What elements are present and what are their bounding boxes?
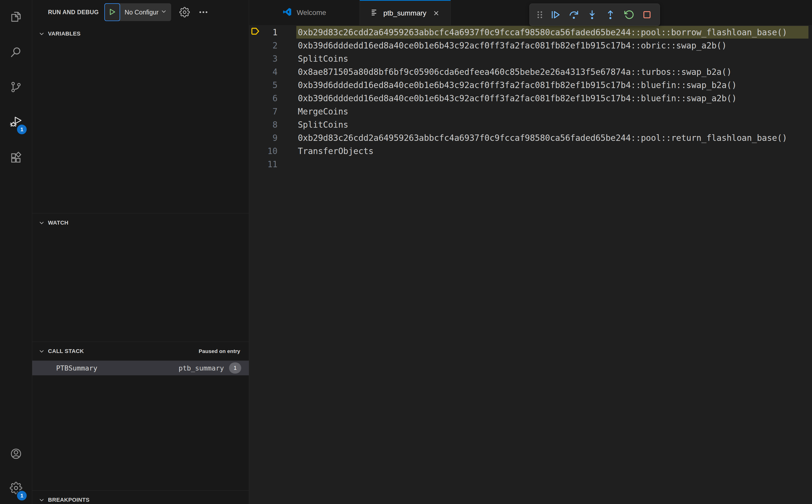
account-icon — [10, 447, 22, 461]
breakpoints-section-header[interactable]: BREAKPOINTS — [32, 491, 249, 504]
code-text: 0xb29d83c26cdd2a64959263abbcfc4a6937f0c9… — [298, 133, 787, 143]
debug-toolbar — [530, 4, 660, 26]
code-line[interactable]: 8 SplitCoins — [249, 118, 812, 131]
variables-section-header[interactable]: VARIABLES — [32, 24, 249, 41]
watch-section: WATCH — [32, 213, 249, 342]
source-control-icon — [10, 81, 22, 94]
frame-name: PTBSummary — [56, 364, 97, 372]
line-number: 9 — [262, 133, 277, 143]
line-number: 8 — [262, 120, 277, 130]
chevron-down-icon — [160, 8, 167, 16]
code-line[interactable]: 4 0x8ae871505a80d8bf6bf9c05906cda6edfeea… — [249, 65, 812, 78]
tab-label: ptb_summary — [383, 9, 427, 17]
code-text: 0xb39d6dddedd16ed8a40ce0b1e6b43c92acf0ff… — [298, 41, 727, 51]
step-over-button[interactable] — [566, 6, 582, 23]
activity-item-run-and-debug[interactable]: 1 — [0, 110, 32, 135]
more-actions-icon[interactable] — [198, 7, 209, 18]
activity-item-explorer[interactable] — [0, 5, 32, 29]
debug-config-dropdown[interactable]: No Configur — [120, 3, 171, 21]
code-editor[interactable]: 1 0xb29d83c26cdd2a64959263abbcfc4a6937f0… — [249, 26, 812, 504]
activity-item-accounts[interactable] — [0, 442, 32, 466]
breakpoint-gutter[interactable] — [249, 39, 262, 52]
tab-welcome[interactable]: Welcome — [249, 0, 360, 25]
settings-badge: 1 — [16, 490, 27, 501]
debug-settings-gear-icon[interactable] — [179, 7, 190, 18]
debug-current-line-arrow-icon — [250, 26, 260, 38]
chevron-down-icon — [38, 220, 45, 226]
chevron-down-icon — [38, 30, 45, 37]
activity-item-extensions[interactable] — [0, 146, 32, 171]
code-line[interactable]: 10 TransferObjects — [249, 144, 812, 158]
restart-button[interactable] — [621, 6, 637, 23]
play-icon — [108, 8, 116, 17]
tab-ptb-summary[interactable]: ptb_summary — [360, 0, 451, 26]
code-text: SplitCoins — [298, 54, 348, 64]
breakpoint-gutter[interactable] — [249, 158, 262, 171]
extensions-icon — [10, 152, 22, 165]
line-number: 5 — [262, 80, 277, 90]
toolbar-drag-handle[interactable] — [534, 6, 546, 23]
line-number: 2 — [262, 41, 277, 51]
frame-badge: 1 — [229, 362, 241, 374]
code-text: 0x8ae871505a80d8bf6bf9c05906cda6edfeea46… — [298, 67, 732, 77]
code-text: SplitCoins — [298, 120, 348, 130]
code-line[interactable]: 7 MergeCoins — [249, 105, 812, 118]
activity-bar: 1 — [0, 0, 32, 504]
breakpoints-section-label: BREAKPOINTS — [48, 497, 89, 503]
continue-button[interactable] — [548, 6, 564, 23]
watch-section-header[interactable]: WATCH — [32, 213, 249, 230]
breakpoint-gutter[interactable] — [249, 105, 262, 118]
breakpoint-gutter[interactable] — [249, 92, 262, 105]
line-number: 4 — [262, 67, 277, 77]
line-number: 1 — [262, 27, 277, 37]
code-line[interactable]: 9 0xb29d83c26cdd2a64959263abbcfc4a6937f0… — [249, 131, 812, 144]
code-line[interactable]: 1 0xb29d83c26cdd2a64959263abbcfc4a6937f0… — [249, 26, 812, 39]
close-icon[interactable] — [433, 9, 440, 17]
line-number: 7 — [262, 107, 277, 116]
tab-label: Welcome — [296, 9, 326, 17]
code-text: TransferObjects — [298, 146, 373, 156]
search-icon — [10, 46, 22, 60]
breakpoint-gutter[interactable] — [249, 65, 262, 78]
files-icon — [10, 10, 22, 24]
editor-group: Welcome ptb_summary — [249, 0, 812, 504]
chevron-down-icon — [38, 497, 45, 503]
run-and-debug-sidebar: RUN AND DEBUG No Configur — [32, 0, 249, 504]
file-list-icon — [370, 8, 379, 19]
activity-item-search[interactable] — [0, 41, 32, 65]
call-stack-frame-row[interactable]: PTBSummary ptb_summary 1 — [32, 361, 249, 375]
breakpoints-section: BREAKPOINTS — [32, 490, 249, 504]
breakpoint-gutter[interactable] — [249, 131, 262, 144]
debug-start-button[interactable] — [104, 3, 120, 21]
activity-item-source-control[interactable] — [0, 75, 32, 100]
activity-item-settings[interactable]: 1 — [0, 476, 32, 501]
code-text: MergeCoins — [298, 107, 348, 116]
chevron-down-icon — [38, 348, 45, 355]
breakpoint-gutter[interactable] — [249, 52, 262, 65]
code-line[interactable]: 3 SplitCoins — [249, 52, 812, 65]
line-number: 11 — [262, 159, 277, 169]
breakpoint-gutter[interactable] — [249, 144, 262, 158]
sidebar-title: RUN AND DEBUG — [48, 9, 99, 16]
line-number: 3 — [262, 54, 277, 64]
line-number: 6 — [262, 93, 277, 103]
breakpoint-gutter[interactable] — [249, 78, 262, 92]
breakpoint-gutter[interactable] — [249, 118, 262, 131]
code-text: 0xb39d6dddedd16ed8a40ce0b1e6b43c92acf0ff… — [298, 93, 737, 103]
call-stack-section-label: CALL STACK — [48, 348, 84, 355]
code-line[interactable]: 6 0xb39d6dddedd16ed8a40ce0b1e6b43c92acf0… — [249, 92, 812, 105]
vscode-logo-icon — [282, 7, 292, 19]
breakpoint-gutter[interactable] — [249, 26, 262, 39]
step-out-button[interactable] — [602, 6, 619, 23]
frame-source: ptb_summary — [178, 364, 224, 372]
code-line[interactable]: 11 — [249, 158, 812, 171]
code-line[interactable]: 5 0xb39d6dddedd16ed8a40ce0b1e6b43c92acf0… — [249, 78, 812, 92]
line-number: 10 — [262, 146, 277, 156]
debug-start-group: No Configur — [104, 3, 171, 21]
code-line[interactable]: 2 0xb39d6dddedd16ed8a40ce0b1e6b43c92acf0… — [249, 39, 812, 52]
code-text: 0xb29d83c26cdd2a64959263abbcfc4a6937f0c9… — [298, 27, 787, 37]
call-stack-section-header[interactable]: CALL STACK Paused on entry — [32, 342, 249, 359]
vscode-window: 1 — [0, 0, 812, 504]
stop-button[interactable] — [639, 6, 655, 23]
step-into-button[interactable] — [584, 6, 600, 23]
